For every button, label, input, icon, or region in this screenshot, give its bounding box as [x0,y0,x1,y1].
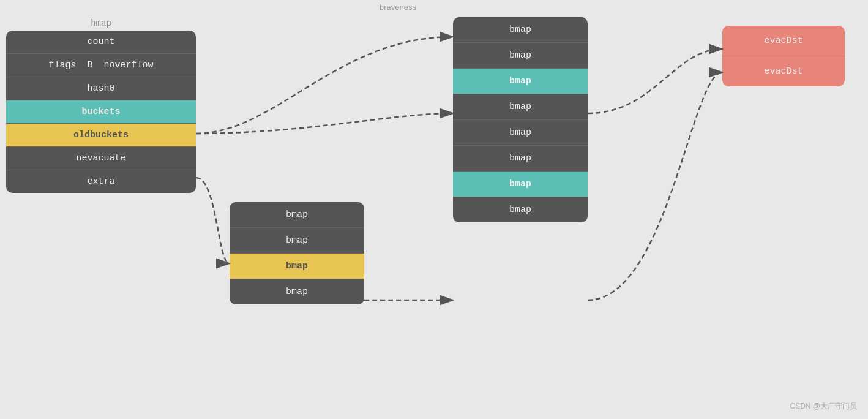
bmap-large-row-3: bmap [453,69,588,94]
bmap-small-row-2: bmap [230,228,364,254]
bmap-large-row-5: bmap [453,120,588,146]
diagram-container: braveness hmap count flags B noverflow h… [0,0,868,419]
bmap-large-row-1: bmap [453,17,588,43]
bmap-large-row-8: bmap [453,197,588,222]
hmap-row-oldbuckets: oldbuckets [6,124,196,147]
evacdst-box: evacDst evacDst [722,26,845,86]
hmap-inner: count flags B noverflow hash0 buckets ol… [6,31,196,193]
oldbuckets-to-bmap-small-arrow [196,178,230,263]
diagram-title: braveness [380,2,416,12]
noverflow-label: noverflow [104,60,154,70]
bmap-large-teal7-to-evacdst-arrow [588,72,722,300]
bmap-large-inner: bmap bmap bmap bmap bmap bmap bmap bmap [453,17,588,222]
bmap-large-box: bmap bmap bmap bmap bmap bmap bmap bmap [453,17,588,222]
watermark: CSDN @大厂守门员 [790,401,857,412]
bmap-large-row-7: bmap [453,172,588,197]
hmap-row-flags: flags B noverflow [6,54,196,77]
bmap-large-row-4: bmap [453,94,588,120]
hmap-row-nevacuate: nevacuate [6,147,196,170]
hmap-label: hmap [6,18,196,28]
evacdst-inner: evacDst evacDst [722,26,845,86]
evacdst-row-2: evacDst [722,56,845,86]
hmap-row-buckets: buckets [6,100,196,124]
hmap-row-hash0: hash0 [6,77,196,100]
bmap-small-row-3: bmap [230,254,364,279]
bmap-small-row-1: bmap [230,202,364,228]
bmap-small-row-4: bmap [230,279,364,304]
bmap-large-row-2: bmap [453,43,588,69]
bmap-small-box: bmap bmap bmap bmap [230,202,364,304]
b-label: B [87,60,92,70]
bmap-large-row-6: bmap [453,146,588,172]
hmap-row-extra: extra [6,170,196,193]
hmap-box: hmap count flags B noverflow hash0 bucke… [6,18,196,193]
flags-label: flags [48,60,76,70]
buckets-to-bmap-large-teal-arrow [196,113,453,134]
bmap-small-inner: bmap bmap bmap bmap [230,202,364,304]
buckets-to-bmap-large-arrow [196,37,453,134]
hmap-row-count: count [6,31,196,54]
evacdst-row-1: evacDst [722,26,845,56]
bmap-large-teal3-to-evacdst-arrow [588,49,722,113]
